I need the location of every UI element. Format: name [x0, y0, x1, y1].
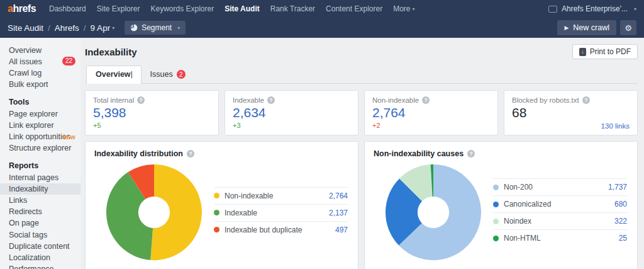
- sidebar-item-duplicate-content[interactable]: Duplicate content: [0, 241, 80, 252]
- legend-dot: [493, 219, 499, 224]
- legend-value-link[interactable]: 25: [619, 234, 627, 243]
- main-header: Indexability ↓ Print to PDF: [85, 44, 638, 59]
- segment-button[interactable]: Segment ▾: [125, 21, 186, 35]
- nav-content-explorer[interactable]: Content Explorer: [326, 4, 382, 13]
- logo-text-rest: hrefs: [13, 3, 36, 14]
- sidebar-item-link-explorer[interactable]: Link explorer: [0, 120, 80, 131]
- new-tag: NEW: [62, 133, 75, 142]
- sidebar-section-tools: Tools: [0, 97, 80, 108]
- non-indexable-value[interactable]: 2,764: [372, 105, 490, 120]
- total-internal-delta: +5: [93, 122, 211, 129]
- subnav-actions: ▶ New crawl ⚙: [557, 20, 636, 35]
- non-indexability-causes-pie: [386, 164, 481, 260]
- nav-dashboard[interactable]: Dashboard: [49, 4, 86, 13]
- nav-site-explorer[interactable]: Site Explorer: [97, 4, 140, 13]
- legend-value-link[interactable]: 2,764: [329, 192, 348, 200]
- sidebar-item-link-opportunities[interactable]: Link opportunitiesNEW: [0, 131, 80, 142]
- nav-more-label: More: [393, 4, 410, 13]
- page-title: Indexability: [85, 47, 137, 57]
- account-menu[interactable]: Ahrefs Enterprise'... ▾: [548, 4, 636, 13]
- legend-row-indexable[interactable]: Indexable 2,137: [214, 204, 348, 221]
- sidebar-item-bulk-export[interactable]: Bulk export: [0, 79, 80, 91]
- indexable-value[interactable]: 2,634: [233, 105, 350, 120]
- stat-card-total-internal: Total internal? 5,398 +5: [85, 90, 219, 135]
- indexability-distribution-card: Indexability distribution? Non-indexable…: [85, 141, 358, 269]
- app-root: ahrefs Dashboard Site Explorer Keywords …: [0, 0, 644, 269]
- legend-row-noindex[interactable]: Noindex 322: [493, 212, 627, 229]
- settings-button[interactable]: ⚙: [620, 20, 636, 35]
- text-cursor: [131, 71, 132, 78]
- sidebar-item-overview[interactable]: Overview: [0, 45, 80, 56]
- legend-value-link[interactable]: 1,737: [608, 183, 627, 192]
- sidebar-section-reports: Reports: [0, 161, 80, 172]
- legend-row-canonicalized[interactable]: Canonicalized 680: [493, 195, 627, 212]
- breadcrumb-crawl-date[interactable]: 9 Apr: [91, 23, 111, 33]
- total-internal-value[interactable]: 5,398: [93, 105, 211, 120]
- main-panel: Indexability ↓ Print to PDF Overview Iss…: [80, 38, 644, 269]
- indexability-distribution-pie: [106, 164, 202, 260]
- ahrefs-logo[interactable]: ahrefs: [8, 3, 36, 14]
- stat-cards-row: Total internal? 5,398 +5 Indexable? 2,63…: [85, 90, 638, 135]
- non-indexable-delta: +2: [372, 122, 490, 129]
- chart-title: Indexability distribution: [94, 149, 183, 158]
- help-icon[interactable]: ?: [187, 150, 194, 157]
- sidebar-item-structure-explorer[interactable]: Structure explorer: [0, 143, 80, 154]
- gear-icon: ⚙: [625, 23, 632, 33]
- sidebar-item-crawl-log[interactable]: Crawl log: [0, 67, 80, 79]
- sidebar: Overview All issues22 Crawl log Bulk exp…: [0, 38, 80, 269]
- main-menu: Dashboard Site Explorer Keywords Explore…: [49, 4, 414, 13]
- legend-dot: [214, 210, 219, 215]
- breadcrumb-site-audit[interactable]: Site Audit: [8, 23, 43, 33]
- sidebar-item-social-tags[interactable]: Social tags: [0, 229, 80, 241]
- pie-segment-non-indexable[interactable]: [150, 164, 202, 260]
- sidebar-item-page-explorer[interactable]: Page explorer: [0, 108, 80, 120]
- legend-row-non-html[interactable]: Non-HTML 25: [493, 229, 627, 246]
- nav-more[interactable]: More▾: [393, 4, 414, 13]
- stat-card-non-indexable: Non-indexable? 2,764 +2: [364, 90, 498, 135]
- tab-issues[interactable]: Issues2: [142, 66, 194, 84]
- help-icon[interactable]: ?: [137, 96, 145, 104]
- help-icon[interactable]: ?: [582, 96, 590, 104]
- tab-overview[interactable]: Overview: [86, 66, 142, 84]
- legend-row-non-200[interactable]: Non-200 1,737: [493, 178, 627, 195]
- legend-value-link[interactable]: 322: [614, 217, 627, 226]
- new-crawl-label: New crawl: [573, 23, 609, 32]
- chevron-down-icon: ▾: [177, 25, 180, 31]
- sidebar-item-links[interactable]: Links: [0, 195, 80, 206]
- blocked-links-link[interactable]: 130 links: [601, 122, 630, 130]
- sub-navigation: Site Audit / Ahrefs / 9 Apr ▾ Segment ▾ …: [0, 18, 644, 38]
- sidebar-item-localization[interactable]: Localization: [0, 252, 80, 263]
- print-to-pdf-button[interactable]: ↓ Print to PDF: [572, 44, 638, 59]
- legend-dot: [493, 202, 499, 207]
- sidebar-item-performance[interactable]: Performance: [0, 264, 80, 269]
- breadcrumb-project[interactable]: Ahrefs: [55, 23, 79, 33]
- sidebar-item-internal-pages[interactable]: Internal pages: [0, 172, 80, 183]
- nav-keywords-explorer[interactable]: Keywords Explorer: [150, 4, 214, 13]
- sidebar-item-on-page[interactable]: On page: [0, 218, 80, 229]
- pdf-file-icon: ↓: [579, 48, 586, 56]
- legend-dot: [214, 227, 219, 232]
- chevron-down-icon: ▾: [412, 6, 414, 12]
- help-icon[interactable]: ?: [422, 96, 430, 104]
- all-issues-badge: 22: [62, 57, 75, 66]
- legend-row-indexable-but-duplicate[interactable]: Indexable but duplicate 497: [214, 221, 348, 238]
- sidebar-item-indexability[interactable]: Indexability: [0, 183, 80, 195]
- new-crawl-button[interactable]: ▶ New crawl: [557, 20, 616, 35]
- help-icon[interactable]: ?: [467, 150, 475, 157]
- nav-rank-tracker[interactable]: Rank Tracker: [270, 4, 315, 13]
- print-to-pdf-label: Print to PDF: [590, 47, 631, 56]
- stat-card-blocked-by-robots: Blocked by robots.txt? 68 130 links: [504, 90, 638, 135]
- charts-row: Indexability distribution? Non-indexable…: [85, 141, 638, 269]
- breadcrumb-separator: /: [48, 23, 50, 33]
- legend-value-link[interactable]: 2,137: [329, 209, 348, 217]
- tab-bar: Overview Issues2: [85, 66, 638, 84]
- sidebar-item-all-issues[interactable]: All issues22: [0, 56, 80, 67]
- help-icon[interactable]: ?: [267, 96, 275, 104]
- sidebar-item-redirects[interactable]: Redirects: [0, 207, 80, 218]
- legend-row-non-indexable[interactable]: Non-indexable 2,764: [214, 187, 348, 204]
- legend-value-link[interactable]: 497: [335, 226, 348, 234]
- legend-value-link[interactable]: 680: [614, 200, 627, 209]
- content-area: Overview All issues22 Crawl log Bulk exp…: [0, 38, 644, 269]
- nav-site-audit[interactable]: Site Audit: [225, 4, 260, 13]
- chevron-down-icon: ▾: [112, 25, 114, 31]
